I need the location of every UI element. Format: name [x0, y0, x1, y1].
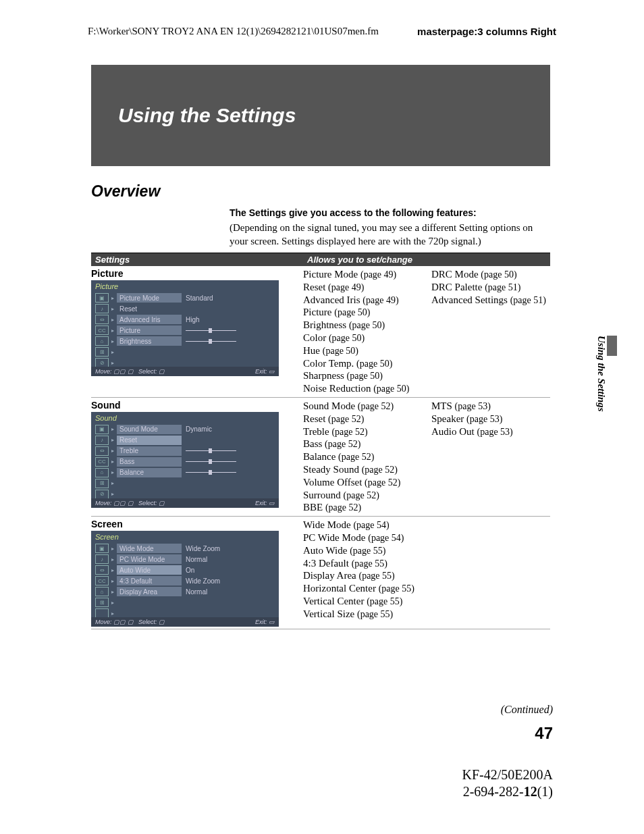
feature-item: Sound Mode (page 52): [303, 400, 431, 413]
osd-item: ⊞▸: [91, 346, 279, 357]
feature-item: Horizontal Center (page 55): [303, 582, 431, 595]
feature-item: Speaker (page 53): [431, 413, 550, 425]
osd-item: ⌂▸Balance: [91, 467, 279, 478]
feature-item: BBE (page 52): [303, 501, 431, 514]
feature-item: Color Temp. (page 50): [303, 357, 431, 370]
osd-footer: Move: ▢▢ ▢ Select: ▢Exit: ▭: [91, 498, 279, 508]
osd-icon: CC: [95, 576, 109, 585]
feature-item: Surround (page 52): [303, 489, 431, 502]
header-master: masterpage:3 columns Right: [417, 26, 556, 37]
feature-item: Brightness (page 50): [303, 319, 431, 332]
osd-item: ♪▸Reset: [91, 435, 279, 446]
osd-label: Advanced Iris: [117, 315, 182, 324]
feature-item: 4:3 Default (page 55): [303, 557, 431, 570]
osd-icon: ⌂: [95, 468, 109, 477]
osd-screenshot: Sound▣▸Sound ModeDynamic♪▸Reset⇔▸TrebleC…: [91, 412, 279, 508]
osd-label: Balance: [117, 468, 182, 477]
osd-label: [117, 358, 182, 367]
osd-label: [117, 479, 182, 488]
chapter-title: Using the Settings: [118, 104, 296, 127]
osd-label: PC Wide Mode: [117, 554, 182, 564]
osd-icon: ⌂: [95, 336, 109, 346]
side-tab-label: Using the Settings: [595, 336, 607, 412]
feature-item: Advanced Settings (page 51): [431, 294, 550, 307]
osd-label: Reset: [117, 304, 182, 313]
osd-slider: [186, 330, 236, 331]
table-header-allows: Allows you to set/change: [303, 253, 550, 266]
osd-label: Auto Wide: [117, 565, 182, 575]
feature-item: Bass (page 52): [303, 438, 431, 450]
osd-icon: ▣: [95, 425, 109, 434]
osd-value: Normal: [186, 588, 207, 596]
osd-icon: ⊘: [95, 490, 109, 499]
osd-icon: ♪: [95, 304, 109, 313]
osd-label: Display Area: [117, 587, 182, 596]
osd-value: Wide Zoom: [186, 577, 220, 585]
category-name: Sound: [91, 400, 303, 411]
osd-item: ⌂▸Display AreaNormal: [91, 586, 279, 597]
osd-icon: ⊞: [95, 479, 109, 488]
osd-value: High: [186, 316, 200, 323]
osd-label: 4:3 Default: [117, 576, 182, 585]
feature-item: Vertical Center (page 55): [303, 595, 431, 608]
osd-item: ♪▸Reset: [91, 303, 279, 314]
osd-label: Wide Mode: [117, 544, 182, 553]
feature-item: Treble (page 52): [303, 425, 431, 438]
feature-item: Auto Wide (page 55): [303, 544, 431, 557]
osd-slider: [186, 341, 236, 342]
osd-item: ⇔▸Treble: [91, 446, 279, 457]
osd-label: Picture Mode: [117, 293, 182, 303]
intro-text: The Settings give you access to the foll…: [230, 207, 550, 248]
osd-label: Sound Mode: [117, 425, 182, 434]
table-header-settings: Settings: [91, 253, 303, 266]
osd-label: Bass: [117, 457, 182, 467]
osd-label: [117, 347, 182, 357]
osd-label: Picture: [117, 325, 182, 335]
osd-label: Reset: [117, 436, 182, 445]
feature-item: Sharpness (page 50): [303, 369, 431, 382]
table-row: PicturePicture▣▸Picture ModeStandard♪▸Re…: [91, 266, 550, 398]
osd-item: ⇔▸Auto WideOn: [91, 565, 279, 575]
osd-icon: ⊞: [95, 598, 109, 607]
osd-icon: ⇔: [95, 446, 109, 456]
osd-item: CC▸4:3 DefaultWide Zoom: [91, 575, 279, 586]
osd-icon: ⌂: [95, 587, 109, 596]
osd-item: CC▸Picture: [91, 325, 279, 336]
osd-item: ⇔▸Advanced IrisHigh: [91, 314, 279, 325]
osd-item: ▣▸Wide ModeWide Zoom: [91, 543, 279, 554]
osd-title: Screen: [91, 531, 279, 543]
osd-item: ♪▸PC Wide ModeNormal: [91, 554, 279, 565]
osd-slider: [186, 472, 236, 473]
osd-value: On: [186, 567, 194, 574]
footer-model: KF-42/50E200A: [462, 766, 553, 783]
osd-icon: ⊞: [95, 347, 109, 357]
feature-item: Wide Mode (page 54): [303, 519, 431, 531]
intro-bold: The Settings give you access to the foll…: [230, 207, 550, 219]
feature-item: Picture Mode (page 49): [303, 268, 431, 281]
side-tab: Using the Settings: [588, 336, 607, 444]
feature-item: PC Wide Mode (page 54): [303, 531, 431, 544]
feature-item: MTS (page 53): [431, 400, 550, 413]
feature-item: Volume Offset (page 52): [303, 476, 431, 489]
osd-label: Brightness: [117, 336, 182, 346]
osd-icon: ⇔: [95, 565, 109, 575]
footer: KF-42/50E200A 2-694-282-12(1): [462, 766, 553, 800]
continued-label: (Continued): [501, 704, 553, 716]
osd-item: ⊞▸: [91, 478, 279, 489]
osd-slider: [186, 461, 236, 462]
table-row: SoundSound▣▸Sound ModeDynamic♪▸Reset⇔▸Tr…: [91, 398, 550, 517]
feature-item: Noise Reduction (page 50): [303, 382, 431, 395]
feature-item: Steady Sound (page 52): [303, 463, 431, 476]
osd-label: [117, 608, 182, 618]
feature-item: Balance (page 52): [303, 450, 431, 463]
footer-doc: 2-694-282-12(1): [462, 783, 553, 800]
osd-slider: [186, 450, 236, 451]
osd-icon: ♪: [95, 436, 109, 445]
feature-item: Hue (page 50): [303, 344, 431, 357]
osd-value: Wide Zoom: [186, 545, 220, 552]
table-row: ScreenScreen▣▸Wide ModeWide Zoom♪▸PC Wid…: [91, 517, 550, 629]
feature-item: DRC Palette (page 51): [431, 281, 550, 294]
osd-icon: ♪: [95, 554, 109, 564]
osd-item: ⊞▸: [91, 597, 279, 608]
osd-footer: Move: ▢▢ ▢ Select: ▢Exit: ▭: [91, 367, 279, 376]
